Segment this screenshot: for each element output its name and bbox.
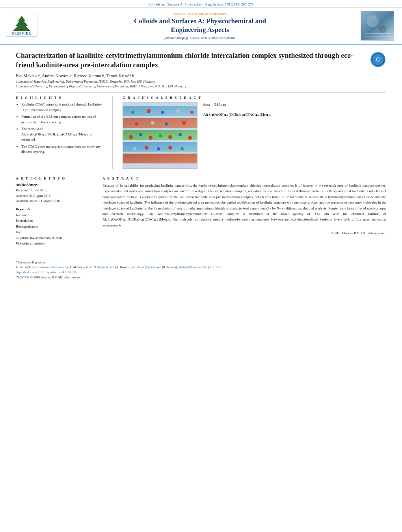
keywords-label: Keywords: [16, 207, 95, 211]
main-content: Characterization of kaolinite-cetyltrime… [0, 44, 402, 284]
svg-point-31 [165, 122, 168, 126]
svg-rect-7 [363, 36, 392, 37]
keyword-5: Cetyltrimethylammonium chloride [16, 235, 95, 241]
page: Colloids and Surfaces A: Physicochem. En… [0, 0, 402, 532]
article-history-section: Article history: Received 14 July 2016 A… [16, 183, 95, 204]
svg-rect-15 [123, 118, 197, 128]
svg-point-37 [190, 111, 194, 114]
available-date: Available online 23 August 2016 [16, 198, 95, 204]
article-info-heading: A R T I C L E I N F O [16, 176, 95, 180]
svg-point-4 [367, 15, 379, 27]
journal-title: Colloids and Surfaces A: Physicochemical… [43, 17, 357, 34]
highlights-column: H I G H L I G H T S Kaolinite-CTAC compl… [16, 96, 102, 169]
email-4[interactable]: kristof@almos.vein.hu [179, 265, 207, 269]
svg-point-20 [159, 134, 162, 137]
keyword-6: Molecular simulation [16, 241, 95, 246]
email-2-name: (A. Kovács), [115, 265, 131, 269]
vertical-divider [112, 96, 113, 169]
footer-notes: * Corresponding author. E-mail addresses… [16, 257, 386, 280]
crossmark-badge[interactable]: C [370, 52, 386, 68]
highlight-item-2: Formation of the 3.82-nm complex causes … [21, 114, 102, 125]
corresponding-author-note: * Corresponding author. [16, 260, 386, 265]
svg-point-25 [145, 146, 149, 150]
journal-citation: Colloids and Surfaces A: Physicochem. En… [148, 2, 253, 6]
cover-image-visual [361, 11, 394, 40]
email-2[interactable]: andree0717@gmail.com [83, 265, 114, 269]
highlight-item-3: The formula of Al₂Si₂O₅(OH)₃.₇(OCH₃)₀.₃(… [21, 126, 102, 143]
svg-point-33 [131, 111, 134, 114]
svg-point-35 [161, 111, 164, 114]
sciencedirect-label: Contents lists available at ScienceDirec… [43, 12, 357, 16]
highlight-item-4: The CTAC guest molecular structure does … [21, 144, 102, 155]
ga-molecular-svg [123, 102, 197, 169]
highlights-heading: H I G H L I G H T S [16, 96, 102, 100]
svg-point-21 [168, 135, 172, 139]
doi-link[interactable]: http://dx.doi.org/10.1016/j.colsurfa.201… [16, 270, 386, 275]
abstract-heading: A B S T R A C T [102, 176, 386, 180]
svg-point-34 [147, 109, 151, 113]
abstract-text: Because of its suitability for producing… [102, 183, 386, 228]
svg-rect-6 [365, 33, 390, 34]
highlights-list: Kaolinite-CTAC complex is produced throu… [16, 102, 102, 155]
email-4-name: (T. Kristóf). [208, 265, 223, 269]
svg-point-23 [188, 136, 192, 140]
svg-point-18 [139, 133, 142, 136]
svg-rect-16 [123, 106, 197, 116]
email-1-name: (É. Makó), [69, 265, 82, 269]
article-title: Characterization of kaolinite-cetyltrime… [16, 51, 365, 70]
elsevier-text: ELSEVIER [6, 31, 37, 36]
graphical-abstract-content: d₀₀₁ = 3.82 nm Al₂Si₂O₅(OH)₃.₇(OCH₃)₀.₃(… [123, 102, 386, 169]
email-3[interactable]: ricsidanoe@gmail.com [132, 265, 161, 269]
email-3-name: (R. Katona), [162, 265, 178, 269]
article-history-label: Article history: [16, 183, 95, 187]
keyword-1: Kaolinite [16, 212, 95, 218]
keyword-3: Homogenization [16, 224, 95, 229]
keywords-section: Keywords: Kaolinite Intercalation Homoge… [16, 207, 95, 247]
cover-svg [361, 11, 394, 40]
svg-point-26 [157, 147, 160, 150]
article-info-column: A R T I C L E I N F O Article history: R… [16, 176, 95, 249]
graphical-abstract-image [123, 102, 197, 169]
svg-point-36 [176, 109, 180, 113]
sciencedirect-link[interactable]: ScienceDirect [208, 12, 227, 16]
elsevier-logo-svg [6, 15, 37, 31]
article-title-area: Characterization of kaolinite-cetyltrime… [16, 48, 386, 70]
elsevier-logo-area: ELSEVIER [4, 15, 39, 37]
graphical-abstract-text: d₀₀₁ = 3.82 nm Al₂Si₂O₅(OH)₃.₇(OCH₃)₀.₃(… [203, 102, 271, 118]
svg-rect-2 [20, 29, 23, 31]
svg-point-5 [379, 25, 387, 33]
svg-point-24 [133, 147, 136, 150]
svg-point-28 [181, 147, 184, 150]
ga-d001: d₀₀₁ = 3.82 nm [203, 102, 271, 108]
svg-text:C: C [376, 57, 380, 63]
svg-point-19 [149, 136, 153, 140]
received-date: Received 14 July 2016 [16, 188, 95, 193]
issn: 0927-7757/© 2016 Elsevier B.V. All right… [16, 275, 386, 280]
accepted-date: Accepted 22 August 2016 [16, 193, 95, 199]
elsevier-logo: ELSEVIER [6, 15, 37, 37]
crossmark-svg: C [371, 53, 385, 66]
graphical-abstract-column: G R A P H I C A L A B S T R A C T [123, 96, 386, 169]
header-center: Contents lists available at ScienceDirec… [39, 12, 361, 40]
affiliation-b: b Institute of Chemistry, Department of … [16, 84, 386, 89]
abstract-copyright: © 2016 Elsevier B.V. All rights reserved… [102, 231, 386, 235]
keyword-4: Urea [16, 229, 95, 235]
journal-cover-image [361, 11, 394, 41]
divider-1 [16, 92, 386, 93]
header-area: ELSEVIER Contents lists available at Sci… [0, 8, 402, 44]
journal-bar: Colloids and Surfaces A: Physicochem. En… [0, 0, 402, 8]
email-1[interactable]: makoe@almos.vein.hu [39, 265, 68, 269]
email-addresses: E-mail addresses: makoe@almos.vein.hu (É… [16, 265, 386, 270]
abstract-column: A B S T R A C T Because of its suitabili… [102, 176, 386, 249]
authors-line: Éva Makó a,*, András Kovács a, Richard K… [16, 73, 386, 78]
journal-homepage: journal homepage: www.elsevier.com/locat… [43, 36, 357, 40]
svg-point-17 [129, 135, 133, 139]
homepage-url[interactable]: www.elsevier.com/locate/colsurfa [190, 36, 236, 40]
graphical-abstract-heading: G R A P H I C A L A B S T R A C T [123, 96, 386, 100]
crossmark-circle: C [370, 52, 385, 67]
highlight-item-1: Kaolinite-CTAC complex is produced throu… [21, 102, 102, 113]
svg-point-27 [168, 146, 172, 150]
svg-point-22 [179, 133, 182, 136]
svg-point-32 [182, 121, 186, 125]
keywords-list: Kaolinite Intercalation Homogenization U… [16, 212, 95, 247]
